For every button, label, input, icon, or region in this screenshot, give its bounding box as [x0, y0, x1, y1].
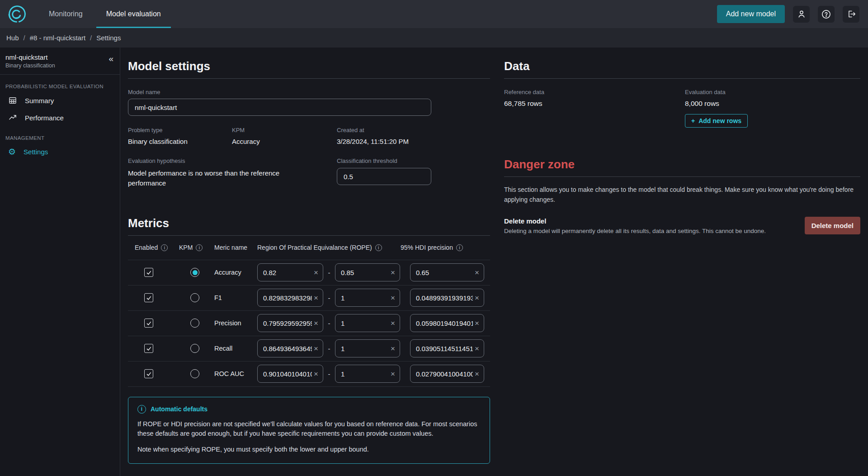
metric-row-f1: F1 × - × ×: [128, 286, 490, 311]
sidebar-item-performance[interactable]: Performance: [0, 109, 120, 126]
hypothesis-value: Model performance is no worse than the r…: [128, 168, 318, 188]
metric-enabled-checkbox[interactable]: [144, 319, 153, 328]
rope-lower-input[interactable]: [263, 319, 312, 327]
plus-icon: +: [691, 117, 695, 124]
clear-icon[interactable]: ×: [391, 370, 395, 378]
rope-lower-input[interactable]: [263, 294, 312, 302]
top-navbar: Monitoring Model evaluation Add new mode…: [0, 0, 868, 28]
rope-upper-input[interactable]: [341, 345, 389, 352]
metric-enabled-checkbox[interactable]: [144, 293, 153, 302]
logout-icon: [846, 9, 856, 19]
kpm-value: Accuracy: [232, 138, 337, 145]
gear-icon: ⚙: [8, 148, 16, 156]
hdi-precision-input[interactable]: [416, 319, 473, 327]
delete-model-description: Deleting a model will permanently delete…: [504, 228, 766, 234]
clear-icon[interactable]: ×: [391, 294, 395, 302]
rope-upper-input[interactable]: [341, 319, 389, 327]
clear-icon[interactable]: ×: [314, 319, 318, 327]
hdi-precision-input[interactable]: [416, 269, 473, 276]
danger-zone-title: Danger zone: [504, 146, 860, 177]
sidebar-model-name: nml-quickstart: [5, 53, 55, 61]
sidebar-item-label: Settings: [24, 148, 48, 156]
rope-lower-input[interactable]: [263, 370, 312, 378]
clear-icon[interactable]: ×: [475, 269, 479, 276]
hypothesis-label: Evaluation hypothesis: [128, 157, 337, 164]
info-icon[interactable]: i: [196, 244, 203, 251]
model-settings-section: Model settings Model name Problem type B…: [128, 48, 490, 476]
info-icon[interactable]: i: [456, 244, 463, 251]
clear-icon[interactable]: ×: [314, 370, 318, 378]
sidebar-item-settings[interactable]: ⚙ Settings: [0, 143, 120, 160]
rope-lower-input[interactable]: [263, 345, 312, 352]
danger-zone-description: This section allows you to make changes …: [504, 185, 860, 205]
metric-kpm-radio[interactable]: [190, 344, 199, 353]
clear-icon[interactable]: ×: [391, 269, 395, 276]
rope-upper-input[interactable]: [341, 294, 389, 302]
created-at-value: 3/28/2024, 11:51:20 PM: [337, 138, 490, 145]
clear-icon[interactable]: ×: [391, 345, 395, 352]
clear-icon[interactable]: ×: [314, 294, 318, 302]
info-icon[interactable]: i: [161, 244, 168, 251]
infobox-paragraph: Note when specifying ROPE, you must spec…: [137, 445, 481, 455]
clear-icon[interactable]: ×: [475, 294, 479, 302]
trend-up-icon: [8, 113, 17, 122]
metric-row-roc-auc: ROC AUC × - × ×: [128, 362, 490, 387]
reference-data-value: 68,785 rows: [504, 100, 685, 108]
range-dash: -: [323, 370, 335, 378]
sidebar-section-label: PROBABILISTIC MODEL EVALUATION: [0, 75, 120, 92]
sidebar: nml-quickstart Binary classification « P…: [0, 48, 120, 476]
nav-tabs: Monitoring Model evaluation: [37, 0, 173, 28]
clear-icon[interactable]: ×: [391, 319, 395, 327]
metric-name: F1: [213, 294, 257, 301]
reference-data-label: Reference data: [504, 89, 685, 95]
range-dash: -: [323, 319, 335, 327]
metrics-title: Metrics: [128, 205, 490, 236]
logout-button[interactable]: [843, 6, 859, 23]
metric-enabled-checkbox[interactable]: [144, 268, 153, 277]
data-section: Data Reference data 68,785 rows Evaluati…: [504, 48, 860, 476]
model-name-label: Model name: [128, 89, 490, 95]
delete-model-row: Delete model Deleting a model will perma…: [504, 217, 860, 234]
hdi-precision-input[interactable]: [416, 294, 473, 302]
add-new-rows-button[interactable]: + Add new rows: [685, 114, 748, 128]
help-button[interactable]: [818, 6, 835, 23]
metric-enabled-checkbox[interactable]: [144, 369, 153, 378]
column-rope: Region Of Practical Equivalance (ROPE): [257, 244, 372, 251]
breadcrumb-hub[interactable]: Hub: [6, 34, 19, 42]
metric-kpm-radio[interactable]: [190, 268, 199, 277]
hdi-precision-input[interactable]: [416, 370, 473, 378]
breadcrumb-model[interactable]: #8 - nml-quickstart: [30, 34, 85, 42]
created-at-label: Created at: [337, 127, 490, 133]
data-title: Data: [504, 48, 860, 79]
sidebar-item-summary[interactable]: Summary: [0, 92, 120, 109]
clear-icon[interactable]: ×: [314, 345, 318, 352]
metric-row-accuracy: Accuracy × - × ×: [128, 260, 490, 286]
metric-kpm-radio[interactable]: [190, 293, 199, 302]
rope-upper-input[interactable]: [341, 269, 389, 276]
range-dash: -: [323, 269, 335, 276]
tab-monitoring[interactable]: Monitoring: [37, 0, 94, 28]
clear-icon[interactable]: ×: [314, 269, 318, 276]
sidebar-item-label: Summary: [25, 97, 54, 105]
info-icon[interactable]: i: [375, 244, 382, 251]
model-settings-title: Model settings: [128, 48, 490, 79]
model-name-input[interactable]: [128, 99, 431, 116]
app-logo-icon[interactable]: [6, 4, 26, 24]
metric-kpm-radio[interactable]: [190, 369, 199, 378]
hdi-precision-input[interactable]: [416, 345, 473, 352]
tab-model-evaluation[interactable]: Model evaluation: [94, 0, 173, 28]
collapse-sidebar-icon[interactable]: «: [108, 54, 113, 69]
metric-enabled-checkbox[interactable]: [144, 344, 153, 353]
rope-lower-input[interactable]: [263, 269, 312, 276]
clear-icon[interactable]: ×: [475, 370, 479, 378]
kpm-label: KPM: [232, 127, 337, 133]
clear-icon[interactable]: ×: [475, 345, 479, 352]
classification-threshold-input[interactable]: [337, 168, 431, 185]
delete-model-button[interactable]: Delete model: [805, 217, 860, 234]
rope-upper-input[interactable]: [341, 370, 389, 378]
clear-icon[interactable]: ×: [475, 319, 479, 327]
metric-kpm-radio[interactable]: [190, 319, 199, 328]
sidebar-section-label: MANAGEMENT: [0, 126, 120, 143]
add-new-model-button[interactable]: Add new model: [717, 5, 785, 23]
user-button[interactable]: [793, 6, 810, 23]
